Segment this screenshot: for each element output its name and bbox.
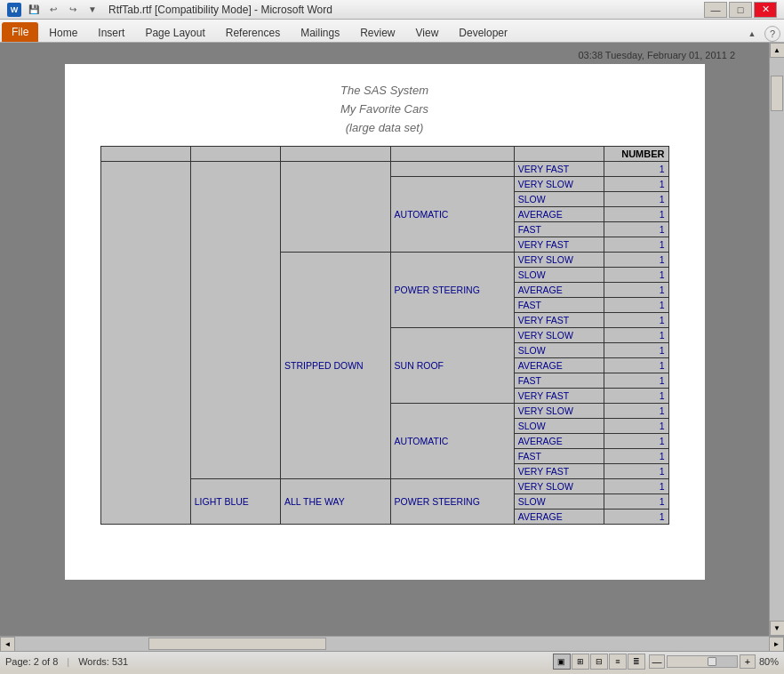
cell-speed: FAST: [514, 298, 604, 313]
cell-number: 1: [604, 358, 668, 373]
view-outline-button[interactable]: ≡: [609, 654, 627, 670]
cell-speed: VERY SLOW: [514, 253, 604, 268]
cell-speed: VERY SLOW: [514, 479, 604, 494]
tab-mailings[interactable]: Mailings: [291, 23, 349, 42]
close-button[interactable]: ✕: [754, 2, 777, 18]
cell-number: 1: [604, 479, 668, 494]
cell-number: 1: [604, 449, 668, 464]
tab-view[interactable]: View: [406, 23, 449, 42]
scroll-left-button[interactable]: ◄: [0, 637, 15, 652]
cell-col3: ALL THE WAY: [280, 479, 390, 525]
undo-qa-button[interactable]: ↩: [44, 2, 62, 18]
cell-speed: SLOW: [514, 343, 604, 358]
redo-qa-button[interactable]: ↪: [64, 2, 82, 18]
cell-speed: SLOW: [514, 494, 604, 510]
cell-number: 1: [604, 419, 668, 434]
cell-number: 1: [604, 237, 668, 253]
cell-number: 1: [604, 389, 668, 404]
cell-number: 1: [604, 222, 668, 237]
zoom-slider[interactable]: [667, 655, 738, 668]
scroll-right-button[interactable]: ►: [769, 637, 784, 652]
scroll-down-button[interactable]: ▼: [770, 621, 785, 636]
cell-number: 1: [604, 373, 668, 389]
cell-speed: AVERAGE: [514, 207, 604, 222]
cell-features: POWER STEERING: [390, 253, 514, 328]
cell-number: 1: [604, 207, 668, 222]
help-button[interactable]: ?: [764, 26, 780, 42]
cell-col2: [190, 162, 280, 479]
more-qa-button[interactable]: ▼: [84, 2, 101, 18]
tab-page-layout[interactable]: Page Layout: [135, 23, 214, 42]
ribbon-collapse-button[interactable]: ▲: [743, 26, 761, 42]
cell-number: 1: [604, 434, 668, 449]
status-right: ▣ ⊞ ⊟ ≡ ≣ — + 80%: [553, 654, 779, 670]
cell-speed: SLOW: [514, 419, 604, 434]
zoom-out-button[interactable]: —: [649, 654, 665, 669]
cell-number: 1: [604, 464, 668, 479]
cell-number: 1: [604, 268, 668, 283]
cell-speed: VERY SLOW: [514, 328, 604, 343]
document-area: 03:38 Tuesday, February 01, 2011 2 The S…: [0, 43, 784, 636]
cell-speed: VERY SLOW: [514, 404, 604, 419]
cell-features: AUTOMATIC: [390, 177, 514, 253]
cell-features: [390, 162, 514, 177]
cell-col1: [100, 162, 190, 525]
cell-number: 1: [604, 404, 668, 419]
doc-content: 03:38 Tuesday, February 01, 2011 2 The S…: [0, 43, 769, 636]
cell-number: 1: [604, 313, 668, 328]
view-print-button[interactable]: ▣: [553, 654, 571, 670]
cell-speed: VERY FAST: [514, 389, 604, 404]
table-header-row: NUMBER: [100, 147, 668, 162]
cell-number: 1: [604, 510, 668, 525]
tab-developer[interactable]: Developer: [449, 23, 517, 42]
page-indicator: Page: 2 of 8: [5, 656, 58, 667]
view-web-button[interactable]: ⊟: [590, 654, 608, 670]
data-table: NUMBER VERY FAST1AUTOMATICVERY SLOW1SLOW…: [100, 146, 669, 525]
cell-number: 1: [604, 328, 668, 343]
word-icon: W: [7, 3, 21, 17]
cell-features: POWER STEERING: [390, 479, 514, 525]
word-count: Words: 531: [78, 656, 128, 667]
cell-speed: AVERAGE: [514, 358, 604, 373]
view-buttons: ▣ ⊞ ⊟ ≡ ≣: [553, 654, 645, 670]
cell-speed: AVERAGE: [514, 434, 604, 449]
tab-review[interactable]: Review: [350, 23, 404, 42]
cell-number: 1: [604, 177, 668, 192]
cell-number: 1: [604, 283, 668, 298]
cell-features: SUN ROOF: [390, 328, 514, 404]
cell-speed: FAST: [514, 222, 604, 237]
scroll-up-button[interactable]: ▲: [770, 43, 785, 58]
view-draft-button[interactable]: ≣: [628, 654, 645, 670]
page-title: The SAS System My Favorite Cars (large d…: [100, 82, 669, 137]
scroll-thumb-v[interactable]: [771, 76, 783, 111]
minimize-button[interactable]: —: [704, 2, 727, 18]
save-qa-button[interactable]: 💾: [25, 2, 43, 18]
scroll-track-h: [15, 637, 769, 651]
col-header-2: [190, 147, 280, 162]
cell-speed: VERY FAST: [514, 464, 604, 479]
zoom-slider-thumb[interactable]: [708, 657, 716, 666]
page: The SAS System My Favorite Cars (large d…: [65, 64, 705, 580]
tab-insert[interactable]: Insert: [88, 23, 134, 42]
horizontal-scrollbar: ◄ ►: [0, 636, 784, 651]
zoom-level: 80%: [759, 656, 779, 667]
zoom-in-button[interactable]: +: [740, 654, 756, 669]
scroll-thumb-h[interactable]: [148, 638, 326, 650]
tab-file[interactable]: File: [2, 22, 38, 42]
view-fullscreen-button[interactable]: ⊞: [572, 654, 589, 670]
doc-datetime: 03:38 Tuesday, February 01, 2011 2: [7, 50, 762, 60]
cell-col3: STRIPPED DOWN: [280, 253, 390, 479]
cell-speed: SLOW: [514, 268, 604, 283]
cell-features: AUTOMATIC: [390, 404, 514, 479]
tab-references[interactable]: References: [216, 23, 290, 42]
ribbon-tabs: File Home Insert Page Layout References …: [0, 20, 784, 42]
window-controls: — □ ✕: [704, 2, 777, 18]
title-text: RtfTab.rtf [Compatibility Mode] - Micros…: [108, 4, 332, 16]
zoom-slider-fill: [668, 656, 709, 667]
cell-col3: [280, 162, 390, 253]
tab-home[interactable]: Home: [39, 23, 87, 42]
zoom-slider-container: — +: [649, 654, 756, 669]
cell-speed: VERY SLOW: [514, 177, 604, 192]
maximize-button[interactable]: □: [729, 2, 752, 18]
cell-speed: AVERAGE: [514, 510, 604, 525]
